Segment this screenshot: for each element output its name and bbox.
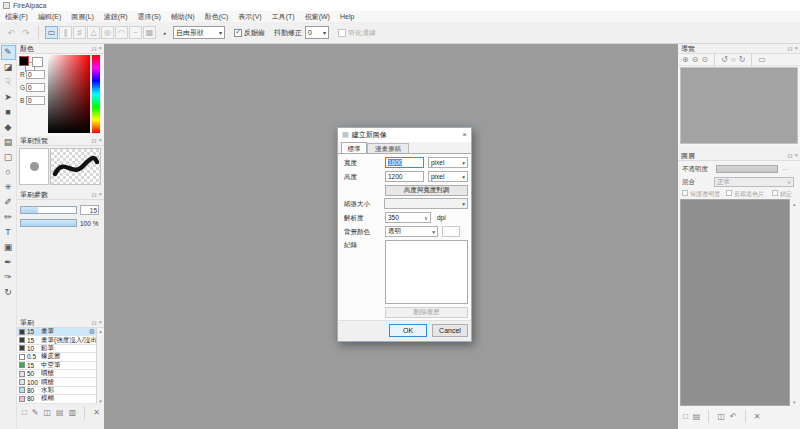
redo-icon[interactable]: ↷	[20, 27, 32, 39]
clipping-mask-checkbox[interactable]	[726, 190, 732, 196]
import-brush-icon[interactable]: ▥	[69, 408, 77, 417]
scroll-up-icon[interactable]: ▴	[793, 201, 796, 207]
hue-slider[interactable]	[92, 55, 100, 133]
snap-off-icon[interactable]: ▭	[45, 26, 58, 39]
close-panel-icon[interactable]: ×	[98, 191, 102, 198]
menu-item-7[interactable]: 表示(V)	[233, 12, 266, 22]
snap-edit-icon[interactable]: ▦	[143, 26, 156, 39]
menu-item-6[interactable]: 顏色(C)	[200, 12, 234, 22]
rotate-ccw-icon[interactable]: ↺	[721, 55, 728, 64]
fit-window-icon[interactable]: ▭	[758, 55, 766, 64]
rotate-view-tool-icon[interactable]: ↻	[1, 285, 16, 300]
rotate-reset-icon[interactable]: ○	[731, 55, 736, 64]
edit-brush-icon[interactable]: ✎	[32, 408, 39, 417]
feather-checkbox[interactable]: 羽化邊緣	[338, 28, 376, 38]
paper-size-select[interactable]: ▾	[384, 198, 468, 209]
cancel-button[interactable]: Cancel	[432, 324, 468, 337]
brush-stroke-tool-icon[interactable]: ✑	[1, 270, 16, 285]
brush-opacity-slider[interactable]	[20, 219, 77, 227]
menu-item-9[interactable]: 視窗(W)	[300, 12, 335, 22]
float-panel-icon[interactable]: ⊡	[91, 191, 96, 198]
g-input[interactable]: 0	[26, 83, 45, 92]
background-color-swatch-button[interactable]	[442, 226, 460, 237]
select-eraser-tool-icon[interactable]: ✏	[1, 210, 16, 225]
snap-radial-icon[interactable]: ◎	[101, 26, 114, 39]
r-input[interactable]: 0	[26, 70, 45, 79]
width-unit-select[interactable]: pixel ▾	[428, 157, 468, 168]
tab-comic[interactable]: 漫畫原稿	[367, 143, 409, 153]
lock-layer-checkbox[interactable]	[772, 190, 778, 196]
history-listbox[interactable]	[385, 240, 468, 304]
eraser-tool-icon[interactable]: ◪	[1, 60, 16, 75]
scroll-up-icon[interactable]: ▴	[99, 328, 102, 334]
undo-icon[interactable]: ↶	[5, 27, 17, 39]
ok-button[interactable]: OK	[389, 324, 427, 337]
navigator-preview[interactable]	[680, 67, 798, 144]
menu-item-10[interactable]: Help	[335, 13, 359, 20]
menu-item-0[interactable]: 檔案(F)	[0, 12, 33, 22]
zoom-in-icon[interactable]: ⊕	[682, 55, 689, 64]
layer-list[interactable]	[680, 199, 790, 406]
antialias-checkbox[interactable]: ✓ 反鋸齒	[234, 28, 265, 38]
add-brush-icon[interactable]: □	[22, 408, 27, 417]
fill-tool-icon[interactable]: ■	[1, 105, 16, 120]
menu-item-4[interactable]: 選擇(S)	[133, 12, 166, 22]
pen-tool-icon[interactable]: ✎	[1, 45, 16, 60]
menu-item-3[interactable]: 濾鏡(R)	[99, 12, 133, 22]
close-panel-icon[interactable]: ×	[98, 45, 102, 52]
saturation-value-picker[interactable]	[48, 55, 90, 133]
lasso-tool-icon[interactable]: ○	[1, 165, 16, 180]
shape-select[interactable]: 自由形狀 ▾	[173, 26, 225, 39]
brush-settings-gear-icon[interactable]: ⚙	[89, 328, 95, 336]
width-input[interactable]: 1600	[385, 157, 424, 168]
eyedropper-tool-icon[interactable]: ✒	[1, 255, 16, 270]
b-input[interactable]: 0	[26, 96, 45, 105]
height-input[interactable]: 1200	[385, 171, 424, 182]
layer-blend-select[interactable]: 正常 ∨	[714, 177, 794, 187]
select-rect-tool-icon[interactable]: ▢	[1, 150, 16, 165]
duplicate-brush-icon[interactable]: ◫	[44, 408, 52, 417]
tab-standard[interactable]: 標準	[341, 142, 367, 153]
bucket-tool-icon[interactable]: ◆	[1, 120, 16, 135]
select-pen-tool-icon[interactable]: ✐	[1, 195, 16, 210]
dialog-close-icon[interactable]: ×	[462, 130, 467, 139]
delete-brush-icon[interactable]: ✕	[93, 408, 100, 417]
swap-width-height-button[interactable]: 高度與寬度對調	[385, 185, 468, 196]
primary-color-swatch[interactable]	[19, 56, 29, 66]
delete-history-button[interactable]: 刪除履歷	[385, 307, 468, 318]
menu-item-5[interactable]: 輔助(N)	[166, 12, 200, 22]
brush-folder-icon[interactable]: ▤	[56, 408, 64, 417]
move-tool-icon[interactable]: ➤	[1, 90, 16, 105]
menu-item-8[interactable]: 工具(T)	[267, 12, 300, 22]
resolution-select[interactable]: 350 ∨	[385, 212, 431, 223]
brush-list-scrollbar[interactable]: ▴ ▾	[96, 328, 104, 404]
close-panel-icon[interactable]: ×	[98, 137, 102, 144]
merge-layer-icon[interactable]: ↶	[730, 412, 737, 421]
operation-tool-icon[interactable]: ▣	[1, 240, 16, 255]
magic-wand-tool-icon[interactable]: ✳	[1, 180, 16, 195]
layer-opacity-slider[interactable]	[716, 165, 778, 173]
close-panel-icon[interactable]: ×	[794, 45, 798, 52]
delete-layer-icon[interactable]: ✕	[754, 412, 761, 421]
zoom-out-icon[interactable]: ⊖	[692, 55, 699, 64]
float-panel-icon[interactable]: ⊡	[787, 152, 792, 159]
rotate-cw-icon[interactable]: ↻	[739, 55, 746, 64]
brush-size-value[interactable]: 15	[80, 205, 99, 215]
add-layer-folder-icon[interactable]: ▤	[693, 412, 701, 421]
snap-vanishing-icon[interactable]: △	[87, 26, 100, 39]
float-panel-icon[interactable]: ⊡	[91, 45, 96, 52]
menu-item-2[interactable]: 圖層(L)	[66, 12, 99, 22]
float-panel-icon[interactable]: ⊡	[91, 137, 96, 144]
close-panel-icon[interactable]: ×	[98, 319, 102, 326]
add-layer-icon[interactable]: □	[683, 412, 688, 421]
brush-row-8[interactable]: 80模糊	[17, 395, 96, 403]
float-panel-icon[interactable]: ⊡	[91, 319, 96, 326]
duplicate-layer-icon[interactable]: ◫	[717, 412, 725, 421]
scroll-down-icon[interactable]: ▾	[793, 399, 796, 405]
text-tool-icon[interactable]: T	[1, 225, 16, 240]
protect-alpha-checkbox[interactable]	[682, 190, 688, 196]
transparent-color-swatch[interactable]	[32, 57, 43, 67]
background-color-select[interactable]: 透明 ▾	[385, 226, 438, 237]
menu-item-1[interactable]: 編輯(E)	[33, 12, 66, 22]
snap-curve-icon[interactable]: ~	[129, 26, 142, 39]
